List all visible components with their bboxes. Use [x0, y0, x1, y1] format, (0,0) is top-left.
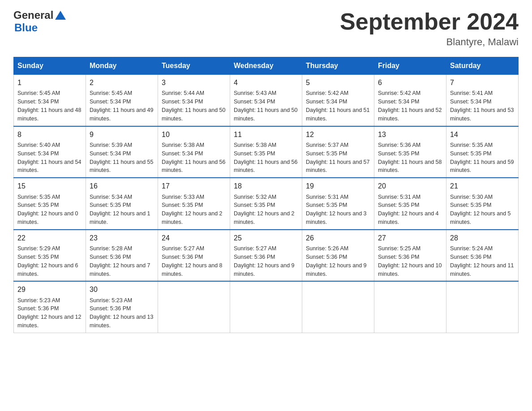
day-number: 25 — [234, 233, 298, 243]
calendar-subtitle: Blantyre, Malawi — [340, 36, 519, 48]
calendar-table: Sunday Monday Tuesday Wednesday Thursday… — [13, 57, 519, 333]
day-number: 7 — [450, 77, 515, 88]
day-number: 6 — [378, 77, 442, 88]
day-number: 18 — [234, 181, 298, 191]
day-info: Sunrise: 5:35 AMSunset: 5:35 PMDaylight:… — [17, 194, 78, 226]
day-info: Sunrise: 5:30 AMSunset: 5:35 PMDaylight:… — [450, 194, 511, 226]
day-info: Sunrise: 5:42 AMSunset: 5:34 PMDaylight:… — [306, 90, 369, 122]
calendar-cell: 26 Sunrise: 5:26 AMSunset: 5:36 PMDaylig… — [302, 230, 374, 282]
calendar-cell: 15 Sunrise: 5:35 AMSunset: 5:35 PMDaylig… — [14, 178, 86, 230]
calendar-week-row: 29 Sunrise: 5:23 AMSunset: 5:36 PMDaylig… — [14, 281, 519, 333]
day-info: Sunrise: 5:45 AMSunset: 5:34 PMDaylight:… — [90, 90, 153, 122]
calendar-cell: 13 Sunrise: 5:36 AMSunset: 5:35 PMDaylig… — [374, 126, 446, 178]
calendar-cell: 22 Sunrise: 5:29 AMSunset: 5:35 PMDaylig… — [14, 230, 86, 282]
day-number: 24 — [162, 233, 226, 243]
day-number: 10 — [162, 129, 226, 140]
calendar-cell: 17 Sunrise: 5:33 AMSunset: 5:35 PMDaylig… — [158, 178, 230, 230]
calendar-cell: 3 Sunrise: 5:44 AMSunset: 5:34 PMDayligh… — [158, 75, 230, 126]
day-number: 14 — [450, 129, 515, 140]
logo-general-text: General — [13, 9, 53, 21]
day-info: Sunrise: 5:33 AMSunset: 5:35 PMDaylight:… — [162, 194, 223, 226]
calendar-cell: 5 Sunrise: 5:42 AMSunset: 5:34 PMDayligh… — [302, 75, 374, 126]
day-info: Sunrise: 5:31 AMSunset: 5:35 PMDaylight:… — [378, 194, 439, 226]
svg-marker-0 — [55, 11, 66, 20]
day-info: Sunrise: 5:43 AMSunset: 5:34 PMDaylight:… — [234, 90, 297, 122]
day-number: 29 — [17, 284, 82, 295]
calendar-cell: 24 Sunrise: 5:27 AMSunset: 5:36 PMDaylig… — [158, 230, 230, 282]
col-tuesday: Tuesday — [158, 57, 230, 75]
col-thursday: Thursday — [302, 57, 374, 75]
calendar-week-row: 1 Sunrise: 5:45 AMSunset: 5:34 PMDayligh… — [14, 75, 519, 126]
day-number: 4 — [234, 77, 298, 88]
day-number: 26 — [306, 233, 370, 243]
day-number: 17 — [162, 181, 226, 191]
calendar-cell — [446, 281, 519, 333]
day-number: 9 — [90, 129, 154, 140]
title-section: September 2024 Blantyre, Malawi — [340, 9, 519, 48]
calendar-cell: 14 Sunrise: 5:35 AMSunset: 5:35 PMDaylig… — [446, 126, 519, 178]
logo-blue-text: Blue — [14, 21, 38, 34]
calendar-cell: 8 Sunrise: 5:40 AMSunset: 5:34 PMDayligh… — [14, 126, 86, 178]
calendar-week-row: 15 Sunrise: 5:35 AMSunset: 5:35 PMDaylig… — [14, 178, 519, 230]
day-number: 20 — [378, 181, 442, 191]
day-info: Sunrise: 5:23 AMSunset: 5:36 PMDaylight:… — [90, 297, 153, 329]
calendar-title: September 2024 — [340, 9, 519, 34]
page-header: General Blue September 2024 Blantyre, Ma… — [13, 9, 519, 48]
day-info: Sunrise: 5:40 AMSunset: 5:34 PMDaylight:… — [17, 142, 81, 174]
calendar-cell: 6 Sunrise: 5:42 AMSunset: 5:34 PMDayligh… — [374, 75, 446, 126]
day-info: Sunrise: 5:23 AMSunset: 5:36 PMDaylight:… — [17, 297, 81, 329]
calendar-cell: 16 Sunrise: 5:34 AMSunset: 5:35 PMDaylig… — [86, 178, 158, 230]
day-number: 2 — [90, 77, 154, 88]
calendar-cell: 25 Sunrise: 5:27 AMSunset: 5:36 PMDaylig… — [230, 230, 302, 282]
day-info: Sunrise: 5:39 AMSunset: 5:34 PMDaylight:… — [90, 142, 153, 174]
day-info: Sunrise: 5:37 AMSunset: 5:35 PMDaylight:… — [306, 142, 369, 174]
calendar-cell: 20 Sunrise: 5:31 AMSunset: 5:35 PMDaylig… — [374, 178, 446, 230]
day-info: Sunrise: 5:35 AMSunset: 5:35 PMDaylight:… — [450, 142, 514, 174]
logo-icon — [54, 9, 67, 21]
calendar-header-row: Sunday Monday Tuesday Wednesday Thursday… — [14, 57, 519, 75]
calendar-cell: 10 Sunrise: 5:38 AMSunset: 5:34 PMDaylig… — [158, 126, 230, 178]
calendar-week-row: 8 Sunrise: 5:40 AMSunset: 5:34 PMDayligh… — [14, 126, 519, 178]
calendar-cell: 30 Sunrise: 5:23 AMSunset: 5:36 PMDaylig… — [86, 281, 158, 333]
day-number: 21 — [450, 181, 515, 191]
day-info: Sunrise: 5:29 AMSunset: 5:35 PMDaylight:… — [17, 245, 78, 277]
col-sunday: Sunday — [14, 57, 86, 75]
day-number: 15 — [17, 181, 82, 191]
calendar-cell: 2 Sunrise: 5:45 AMSunset: 5:34 PMDayligh… — [86, 75, 158, 126]
calendar-cell: 27 Sunrise: 5:25 AMSunset: 5:36 PMDaylig… — [374, 230, 446, 282]
day-info: Sunrise: 5:36 AMSunset: 5:35 PMDaylight:… — [378, 142, 442, 174]
day-number: 28 — [450, 233, 515, 243]
col-saturday: Saturday — [446, 57, 519, 75]
col-wednesday: Wednesday — [230, 57, 302, 75]
calendar-cell — [302, 281, 374, 333]
day-info: Sunrise: 5:38 AMSunset: 5:34 PMDaylight:… — [162, 142, 225, 174]
day-number: 12 — [306, 129, 370, 140]
calendar-cell — [158, 281, 230, 333]
calendar-cell: 18 Sunrise: 5:32 AMSunset: 5:35 PMDaylig… — [230, 178, 302, 230]
day-info: Sunrise: 5:25 AMSunset: 5:36 PMDaylight:… — [378, 245, 442, 277]
calendar-cell: 23 Sunrise: 5:28 AMSunset: 5:36 PMDaylig… — [86, 230, 158, 282]
day-number: 13 — [378, 129, 442, 140]
day-number: 3 — [162, 77, 226, 88]
day-info: Sunrise: 5:32 AMSunset: 5:35 PMDaylight:… — [234, 194, 295, 226]
calendar-cell: 11 Sunrise: 5:38 AMSunset: 5:35 PMDaylig… — [230, 126, 302, 178]
day-info: Sunrise: 5:38 AMSunset: 5:35 PMDaylight:… — [234, 142, 297, 174]
calendar-cell — [230, 281, 302, 333]
day-number: 22 — [17, 233, 82, 243]
col-friday: Friday — [374, 57, 446, 75]
calendar-cell — [374, 281, 446, 333]
day-number: 16 — [90, 181, 154, 191]
logo: General Blue — [13, 9, 68, 34]
day-info: Sunrise: 5:41 AMSunset: 5:34 PMDaylight:… — [450, 90, 514, 122]
calendar-cell: 7 Sunrise: 5:41 AMSunset: 5:34 PMDayligh… — [446, 75, 519, 126]
calendar-cell: 9 Sunrise: 5:39 AMSunset: 5:34 PMDayligh… — [86, 126, 158, 178]
day-info: Sunrise: 5:27 AMSunset: 5:36 PMDaylight:… — [234, 245, 295, 277]
calendar-cell: 1 Sunrise: 5:45 AMSunset: 5:34 PMDayligh… — [14, 75, 86, 126]
day-info: Sunrise: 5:42 AMSunset: 5:34 PMDaylight:… — [378, 90, 442, 122]
day-number: 1 — [17, 77, 82, 88]
day-info: Sunrise: 5:24 AMSunset: 5:36 PMDaylight:… — [450, 245, 514, 277]
calendar-cell: 4 Sunrise: 5:43 AMSunset: 5:34 PMDayligh… — [230, 75, 302, 126]
day-info: Sunrise: 5:26 AMSunset: 5:36 PMDaylight:… — [306, 245, 367, 277]
calendar-cell: 28 Sunrise: 5:24 AMSunset: 5:36 PMDaylig… — [446, 230, 519, 282]
day-info: Sunrise: 5:44 AMSunset: 5:34 PMDaylight:… — [162, 90, 225, 122]
